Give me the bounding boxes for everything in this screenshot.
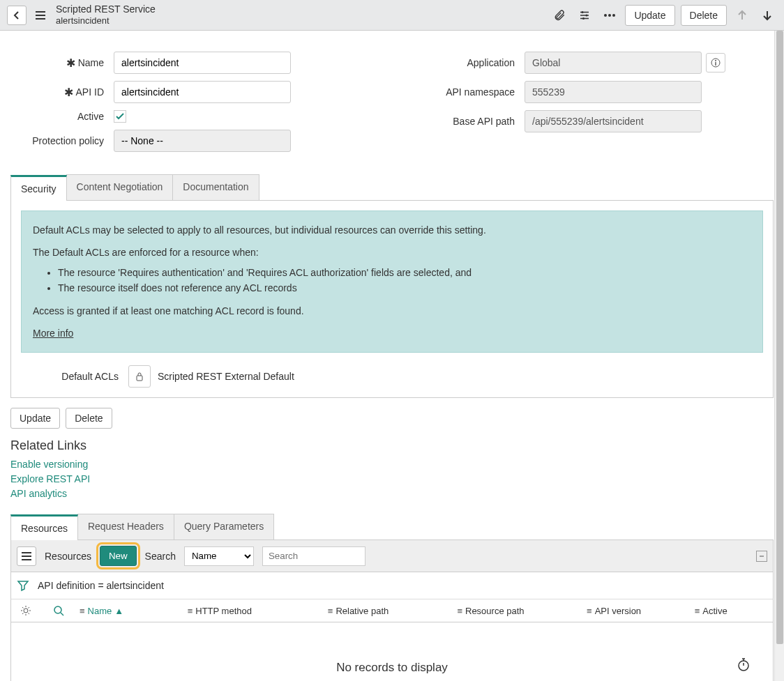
paperclip-icon bbox=[553, 9, 566, 22]
application-label: Application bbox=[467, 57, 515, 68]
menu-button[interactable] bbox=[31, 6, 50, 25]
col-menu-icon: ≡ bbox=[328, 606, 333, 616]
column-headers: ≡ Name ▲ ≡ HTTP method ≡ Relative path ≡… bbox=[10, 599, 774, 622]
col-active-header[interactable]: ≡ Active bbox=[695, 606, 770, 616]
protection-select[interactable] bbox=[114, 130, 291, 152]
col-respath-header[interactable]: ≡ Resource path bbox=[457, 606, 587, 616]
list-menu-button[interactable] bbox=[17, 546, 36, 566]
info-icon bbox=[711, 58, 721, 68]
col-apiver-header[interactable]: ≡ API version bbox=[587, 606, 695, 616]
page-title: Scripted REST Service bbox=[56, 3, 156, 15]
sort-asc-icon: ▲ bbox=[114, 606, 123, 616]
hamburger-icon bbox=[36, 11, 45, 20]
namespace-label: API namespace bbox=[446, 86, 515, 98]
basepath-label: Base API path bbox=[453, 116, 515, 127]
arrow-down-icon bbox=[762, 10, 773, 21]
svg-point-4 bbox=[608, 14, 611, 17]
svg-point-2 bbox=[582, 17, 585, 20]
stopwatch-icon bbox=[737, 657, 751, 671]
col-name-header[interactable]: ≡ Name ▲ bbox=[80, 606, 188, 616]
filter-text: API definition = alertsincident bbox=[38, 580, 164, 591]
tab-security[interactable]: Security bbox=[10, 175, 67, 201]
top-bar: Scripted REST Service alertsincident Upd… bbox=[0, 0, 784, 31]
search-label: Search bbox=[145, 551, 176, 562]
enable-versioning-link[interactable]: Enable versioning bbox=[10, 457, 774, 472]
scrollbar[interactable] bbox=[774, 31, 784, 681]
delete-button[interactable]: Delete bbox=[66, 408, 112, 429]
info-p1: Default ACLs may be selected to apply to… bbox=[33, 222, 751, 238]
list-title: Resources bbox=[45, 551, 91, 562]
tab-documentation[interactable]: Documentation bbox=[172, 174, 259, 200]
search-icon[interactable] bbox=[53, 605, 64, 616]
delete-button-top[interactable]: Delete bbox=[681, 5, 727, 26]
scrollbar-thumb[interactable] bbox=[776, 31, 783, 644]
col-http-header[interactable]: ≡ HTTP method bbox=[188, 606, 328, 616]
application-info-button[interactable] bbox=[706, 53, 725, 72]
more-icon bbox=[603, 13, 616, 17]
acl-label: Default ACLs bbox=[21, 371, 128, 382]
explore-rest-api-link[interactable]: Explore REST API bbox=[10, 472, 774, 487]
filter-row: API definition = alertsincident bbox=[10, 572, 774, 599]
col-menu-icon: ≡ bbox=[457, 606, 462, 616]
minus-box-icon bbox=[759, 553, 764, 559]
acl-row: Default ACLs Scripted REST External Defa… bbox=[21, 365, 763, 388]
col-relpath-header[interactable]: ≡ Relative path bbox=[328, 606, 458, 616]
basepath-input bbox=[525, 110, 702, 132]
name-label: Name bbox=[78, 57, 104, 68]
namespace-input bbox=[525, 81, 702, 103]
svg-point-3 bbox=[604, 14, 607, 17]
name-input[interactable] bbox=[114, 52, 291, 74]
update-button[interactable]: Update bbox=[10, 408, 60, 429]
attachment-button[interactable] bbox=[550, 6, 569, 25]
svg-rect-10 bbox=[760, 556, 764, 556]
new-button[interactable]: New bbox=[100, 546, 137, 566]
svg-point-12 bbox=[54, 606, 61, 613]
prev-record-button[interactable] bbox=[732, 6, 752, 25]
security-info-box: Default ACLs may be selected to apply to… bbox=[21, 211, 763, 353]
response-time-button[interactable] bbox=[737, 657, 751, 671]
gear-icon[interactable] bbox=[20, 605, 31, 616]
tab-query-parameters[interactable]: Query Parameters bbox=[174, 514, 274, 540]
active-checkbox[interactable] bbox=[114, 110, 126, 123]
action-row: Update Delete bbox=[10, 408, 774, 429]
next-record-button[interactable] bbox=[757, 6, 777, 25]
page-subtitle: alertsincident bbox=[56, 15, 156, 26]
apiid-label: API ID bbox=[76, 86, 104, 98]
more-button[interactable] bbox=[600, 6, 619, 25]
svg-point-0 bbox=[582, 11, 584, 13]
tab-content-negotiation[interactable]: Content Negotiation bbox=[66, 174, 174, 200]
apiid-input[interactable] bbox=[114, 81, 291, 103]
svg-rect-8 bbox=[715, 62, 716, 66]
search-field-select[interactable]: Name bbox=[184, 546, 254, 566]
update-button-top[interactable]: Update bbox=[625, 5, 674, 26]
col-menu-icon: ≡ bbox=[587, 606, 592, 616]
acl-value: Scripted REST External Default bbox=[158, 371, 294, 382]
application-input bbox=[525, 52, 702, 74]
tab-request-headers[interactable]: Request Headers bbox=[77, 514, 174, 540]
back-button[interactable] bbox=[7, 6, 27, 25]
collapse-button[interactable] bbox=[756, 551, 767, 562]
hamburger-icon bbox=[22, 552, 31, 560]
title-block: Scripted REST Service alertsincident bbox=[56, 3, 156, 26]
search-input[interactable] bbox=[262, 546, 365, 566]
svg-point-5 bbox=[612, 14, 615, 17]
tab-resources[interactable]: Resources bbox=[10, 514, 78, 540]
required-icon: ✱ bbox=[66, 56, 75, 70]
protection-label: Protection policy bbox=[32, 135, 104, 146]
check-icon bbox=[116, 112, 124, 121]
sliders-icon bbox=[578, 9, 591, 22]
acl-lock-button[interactable] bbox=[128, 365, 151, 388]
tabstrip-related: Resources Request Headers Query Paramete… bbox=[10, 514, 774, 540]
col-menu-icon: ≡ bbox=[188, 606, 193, 616]
funnel-icon bbox=[17, 579, 29, 592]
empty-state: No records to display bbox=[10, 622, 774, 681]
more-info-link[interactable]: More info bbox=[33, 328, 73, 339]
settings-button[interactable] bbox=[575, 6, 594, 25]
info-li1: The resource 'Requires authentication' a… bbox=[58, 265, 751, 280]
tabstrip-security: Security Content Negotiation Documentati… bbox=[10, 174, 774, 201]
active-label: Active bbox=[77, 111, 104, 122]
lock-icon bbox=[135, 372, 144, 381]
filter-button[interactable] bbox=[17, 579, 29, 592]
api-analytics-link[interactable]: API analytics bbox=[10, 487, 774, 501]
col-menu-icon: ≡ bbox=[80, 606, 85, 616]
